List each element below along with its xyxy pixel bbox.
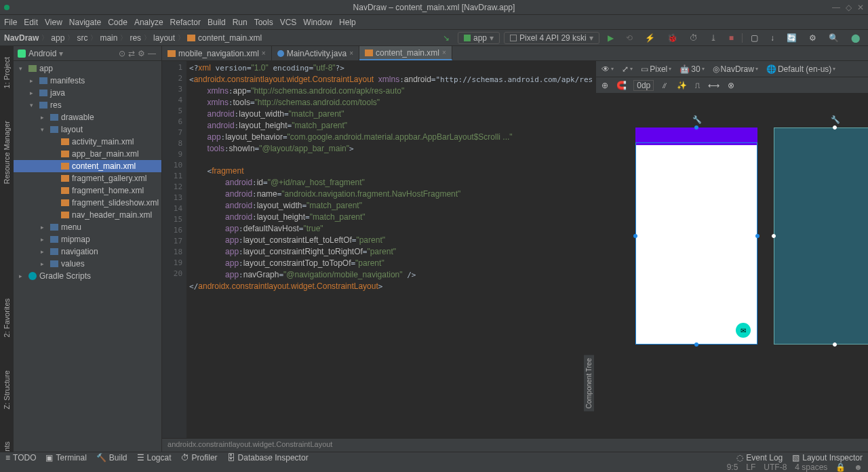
flatten-icon[interactable]: ⇄	[127, 49, 136, 58]
margin-control[interactable]: 0dp	[633, 80, 654, 91]
tree-node-mipmap[interactable]: ▸mipmap	[14, 233, 161, 245]
event-log-tab[interactable]: ◌ Event Log	[736, 453, 783, 463]
maximize-icon[interactable]: ◇	[846, 3, 852, 12]
tree-file[interactable]: nav_header_main.xml	[14, 209, 161, 221]
clear-icon[interactable]: ⊗	[726, 81, 736, 90]
ruler-icon[interactable]: ⫽	[659, 81, 670, 90]
lock-icon[interactable]: 🔒	[835, 463, 846, 472]
resize-handle[interactable]	[755, 234, 760, 238]
menu-build[interactable]: Build	[208, 18, 226, 27]
menu-vcs[interactable]: VCS	[280, 18, 297, 27]
structure-tab[interactable]: Z: Structure	[3, 368, 11, 412]
menu-code[interactable]: Code	[108, 18, 127, 27]
tree-node-drawable[interactable]: ▸drawable	[14, 111, 161, 123]
zoom-icon[interactable]: ⊕	[600, 81, 610, 90]
crumb[interactable]: app	[51, 33, 64, 43]
sdk-manager-icon[interactable]: ↓	[766, 33, 778, 43]
run-config-selector[interactable]: app▾	[458, 32, 500, 44]
baseline-icon[interactable]: ⟷	[707, 81, 721, 90]
tree-file[interactable]: fragment_home.xml	[14, 184, 161, 197]
component-tree-tab[interactable]: Component Tree	[584, 355, 594, 412]
tree-node-values[interactable]: ▸values	[14, 258, 161, 270]
database-inspector-tab[interactable]: 🗄 Database Inspector	[227, 453, 309, 463]
menu-file[interactable]: File	[4, 18, 17, 27]
orientation-icon[interactable]: ⤢▾	[620, 64, 634, 74]
menu-tools[interactable]: Tools	[254, 18, 273, 27]
tree-node-layout[interactable]: ▾layout	[14, 123, 161, 136]
layout-inspector-tab[interactable]: ▧ Layout Inspector	[792, 453, 863, 463]
tree-file[interactable]: app_bar_main.xml	[14, 148, 161, 160]
hide-icon[interactable]: —	[146, 49, 157, 58]
resize-handle[interactable]	[633, 234, 637, 238]
menu-view[interactable]: View	[45, 18, 62, 27]
search-everywhere-icon[interactable]: 🔍	[825, 33, 843, 43]
menu-run[interactable]: Run	[233, 18, 248, 27]
tree-node-gradle[interactable]: ▸Gradle Scripts	[14, 270, 161, 282]
blueprint-preview-surface[interactable]: 🔧	[774, 127, 868, 345]
menu-help[interactable]: Help	[339, 18, 356, 27]
device-selector[interactable]: Pixel 4 API 29 kski▾	[504, 32, 599, 44]
locate-icon[interactable]: ⊙	[117, 49, 127, 58]
project-tree[interactable]: ▾app ▸manifests ▸java ▾res ▸drawable ▾la…	[14, 61, 161, 452]
tree-node-res[interactable]: ▾res	[14, 99, 161, 111]
tree-node-java[interactable]: ▸java	[14, 87, 161, 99]
make-project-icon[interactable]: ↘	[439, 33, 454, 43]
terminal-tab[interactable]: ▣ Terminal	[45, 453, 86, 463]
window-controls[interactable]: — ◇ ✕	[832, 3, 864, 12]
profile-button[interactable]: ⏱	[686, 33, 702, 43]
apply-code-changes-icon[interactable]: ⚡	[641, 33, 659, 43]
wand-icon[interactable]: ✨	[675, 81, 688, 90]
editor-tab-active[interactable]: content_main.xml×	[359, 46, 452, 60]
tree-node-menu[interactable]: ▸menu	[14, 221, 161, 233]
gear-icon[interactable]: ⚙	[136, 49, 146, 58]
resize-handle[interactable]	[833, 125, 837, 130]
project-tool-tab[interactable]: 1: Project	[3, 54, 11, 91]
close-tab-icon[interactable]: ×	[262, 50, 266, 57]
eye-icon[interactable]: 👁▾	[600, 64, 615, 74]
close-tab-icon[interactable]: ×	[349, 50, 353, 57]
menu-navigate[interactable]: Navigate	[69, 18, 101, 27]
design-preview-surface[interactable]: 🔧 ✉	[635, 127, 757, 345]
resource-manager-tab[interactable]: Resource Manager	[3, 118, 11, 187]
apply-changes-icon[interactable]: ⟲	[622, 33, 637, 43]
tree-node-manifests[interactable]: ▸manifests	[14, 75, 161, 87]
crumb[interactable]: content_main.xml	[198, 33, 262, 43]
menu-edit[interactable]: Edit	[24, 18, 38, 27]
theme-dropdown[interactable]: ◎ NavDraw▾	[711, 64, 760, 74]
editor-breadcrumb[interactable]: androidx.constraintlayout.widget.Constra…	[162, 438, 868, 452]
magnet-icon[interactable]: 🧲	[615, 81, 628, 90]
tree-file[interactable]: activity_main.xml	[14, 136, 161, 148]
stop-button[interactable]: ■	[725, 33, 738, 43]
crumb[interactable]: NavDraw	[4, 33, 39, 43]
os-window-buttons[interactable]	[4, 5, 9, 10]
resize-handle[interactable]	[833, 342, 837, 347]
logcat-tab[interactable]: ☰ Logcat	[137, 453, 172, 463]
tree-file[interactable]: fragment_gallery.xml	[14, 172, 161, 184]
wrench-icon[interactable]: 🔧	[692, 115, 702, 124]
profiler-tab[interactable]: ⏱ Profiler	[181, 453, 218, 463]
avd-manager-icon[interactable]: ▢	[747, 33, 762, 43]
locale-dropdown[interactable]: 🌐 Default (en-us)▾	[765, 64, 837, 74]
menu-refactor[interactable]: Refactor	[170, 18, 201, 27]
tree-file[interactable]: fragment_slideshow.xml	[14, 197, 161, 209]
favorites-tab[interactable]: 2: Favorites	[3, 296, 11, 340]
help-icon[interactable]: ⬤	[847, 33, 864, 43]
resize-handle[interactable]	[772, 234, 776, 238]
close-tab-icon[interactable]: ×	[442, 49, 446, 56]
crumb[interactable]: res	[130, 33, 141, 43]
helper-icon[interactable]: ⎍	[694, 81, 701, 90]
menu-window[interactable]: Window	[303, 18, 332, 27]
minimize-icon[interactable]: —	[832, 3, 840, 12]
crumb[interactable]: main	[100, 33, 117, 43]
menu-analyze[interactable]: Analyze	[134, 18, 163, 27]
attach-debugger-icon[interactable]: ⤓	[706, 33, 721, 43]
encoding[interactable]: UTF-8	[764, 463, 787, 472]
faces-icon[interactable]: ☻	[854, 463, 863, 472]
project-view-selector[interactable]: Android	[28, 49, 56, 58]
tree-node-navigation[interactable]: ▸navigation	[14, 245, 161, 258]
api-dropdown[interactable]: 🤖 30▾	[678, 64, 705, 74]
device-dropdown[interactable]: ▭ Pixel▾	[639, 64, 673, 74]
ide-settings-icon[interactable]: ⚙	[805, 33, 821, 43]
tree-file-selected[interactable]: content_main.xml	[14, 160, 161, 172]
editor-tab[interactable]: mobile_navigation.xml×	[162, 46, 272, 60]
